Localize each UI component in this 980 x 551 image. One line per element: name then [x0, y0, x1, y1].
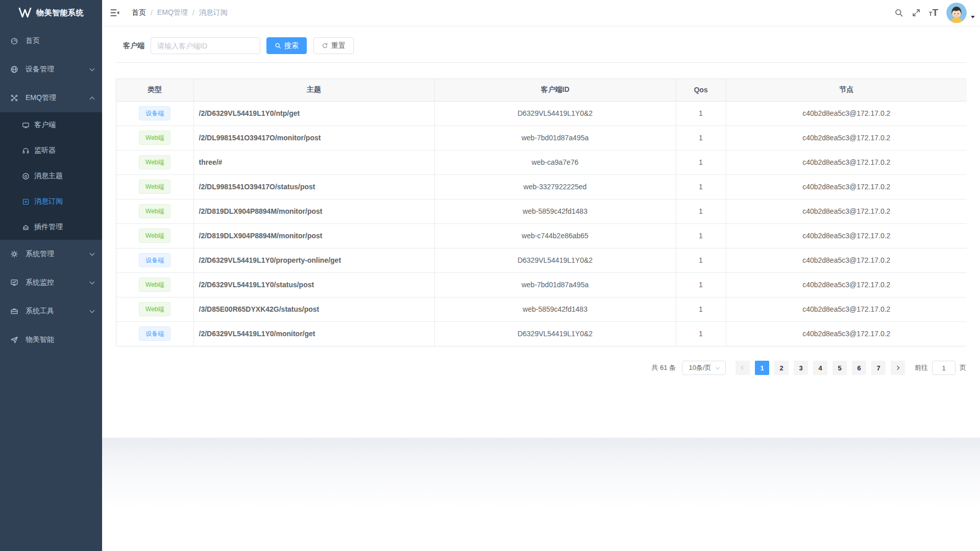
sidebar-item-monitor[interactable]: 系统监控	[0, 268, 102, 297]
topic-cell: /2/D6329VL54419L1Y0/ntp/get	[193, 101, 434, 126]
caret-down-icon	[971, 16, 975, 18]
node-cell: c40b2d8ea5c3@172.17.0.2	[726, 174, 967, 199]
breadcrumb-separator: /	[192, 9, 194, 17]
page-button-7[interactable]: 7	[871, 361, 886, 375]
search-icon	[894, 8, 903, 17]
sidebar-item-devices[interactable]: 设备管理	[0, 55, 102, 84]
subscription-icon	[22, 198, 30, 206]
breadcrumb-home[interactable]: 首页	[132, 8, 146, 17]
type-badge: Web端	[139, 180, 170, 194]
client-id-input[interactable]	[151, 37, 260, 54]
page-button-5[interactable]: 5	[832, 361, 847, 375]
breadcrumb-separator: /	[151, 9, 153, 17]
sidebar-collapse-button[interactable]	[102, 0, 128, 26]
col-header-type: 类型	[116, 79, 193, 101]
next-page-button[interactable]	[891, 361, 905, 375]
chevron-down-icon	[90, 308, 95, 313]
type-badge: 设备端	[139, 106, 170, 120]
qos-cell: 1	[676, 272, 726, 297]
sidebar-item-home[interactable]: 首页	[0, 27, 102, 55]
col-header-qos: Qos	[676, 79, 726, 101]
top-navbar: 首页 / EMQ管理 / 消息订阅 TT	[102, 0, 980, 26]
page-size-select[interactable]: 10条/页	[682, 361, 726, 375]
topic-cell: three/#	[193, 150, 434, 174]
sidebar-item-label: 系统管理	[26, 249, 54, 259]
chevron-down-icon	[90, 251, 95, 256]
breadcrumb-emq: EMQ管理	[157, 8, 188, 17]
topic-icon: @	[22, 172, 30, 180]
breadcrumb-current: 消息订阅	[199, 8, 228, 17]
jump-page-input[interactable]	[932, 361, 955, 375]
app-logo: 物美智能系统	[0, 0, 102, 26]
table-row: 设备端 /2/D6329VL54419L1Y0/property-online/…	[116, 248, 967, 272]
page-button-6[interactable]: 6	[852, 361, 866, 375]
prev-page-button[interactable]	[736, 361, 750, 375]
type-badge: Web端	[139, 155, 170, 169]
sidebar-item-label: 首页	[26, 36, 40, 45]
listener-icon	[22, 147, 30, 155]
table-row: Web端 /3/D85E00R65DYXK42G/status/post web…	[116, 297, 967, 321]
client-cell: web-7bd01d87a495a	[434, 126, 676, 150]
node-cell: c40b2d8ea5c3@172.17.0.2	[726, 272, 967, 297]
user-menu[interactable]	[946, 3, 975, 23]
reset-button[interactable]: 重置	[313, 37, 354, 54]
client-cell: web-3327922225ed	[434, 174, 676, 199]
hamburger-icon	[110, 8, 120, 18]
table-row: Web端 /2/DL9981541O39417O/status/post web…	[116, 174, 967, 199]
qos-cell: 1	[676, 150, 726, 174]
topic-cell: /2/D6329VL54419L1Y0/monitor/get	[193, 321, 434, 346]
app-title: 物美智能系统	[36, 8, 84, 18]
client-cell: D6329VL54419L1Y0&2	[434, 321, 676, 346]
topic-cell: /2/D819DLX904P8894M/monitor/post	[193, 223, 434, 248]
sidebar-item-label: 插件管理	[34, 222, 63, 232]
qos-cell: 1	[676, 101, 726, 126]
page-button-2[interactable]: 2	[774, 361, 789, 375]
topic-cell: /2/DL9981541O39417O/status/post	[193, 174, 434, 199]
sidebar-item-wumei-link[interactable]: 物美智能	[0, 325, 102, 354]
search-button[interactable]: 搜索	[266, 37, 307, 54]
table-row: 设备端 /2/D6329VL54419L1Y0/ntp/get D6329VL5…	[116, 101, 967, 126]
type-badge: 设备端	[139, 253, 170, 267]
page-button-1[interactable]: 1	[755, 361, 769, 375]
client-cell: D6329VL54419L1Y0&2	[434, 101, 676, 126]
node-cell: c40b2d8ea5c3@172.17.0.2	[726, 223, 967, 248]
qos-cell: 1	[676, 248, 726, 272]
topic-cell: /2/D6329VL54419L1Y0/status/post	[193, 272, 434, 297]
pagination-total: 共 61 条	[651, 363, 676, 372]
topic-cell: /2/D6329VL54419L1Y0/property-online/get	[193, 248, 434, 272]
device-management-icon	[10, 65, 18, 73]
node-cell: c40b2d8ea5c3@172.17.0.2	[726, 297, 967, 321]
jump-prefix: 前往	[915, 363, 928, 372]
page-jumper: 前往 页	[915, 361, 966, 375]
sidebar: 物美智能系统 首页 设备管理 EMQ管理	[0, 0, 102, 551]
sidebar-item-listener[interactable]: 监听器	[0, 138, 102, 163]
sidebar-item-label: 消息主题	[34, 171, 63, 181]
sidebar-item-plugin[interactable]: 插件管理	[0, 214, 102, 240]
font-size-button[interactable]: TT	[925, 0, 942, 26]
qos-cell: 1	[676, 199, 726, 223]
page-button-4[interactable]: 4	[813, 361, 827, 375]
sidebar-item-tools[interactable]: 系统工具	[0, 297, 102, 325]
sidebar-item-emq[interactable]: EMQ管理	[0, 84, 102, 112]
sidebar-item-label: 监听器	[34, 146, 56, 155]
topic-cell: /2/DL9981541O39417O/monitor/post	[193, 126, 434, 150]
plugin-icon	[22, 223, 30, 231]
sidebar-item-topic[interactable]: @ 消息主题	[0, 163, 102, 189]
table-row: 设备端 /2/D6329VL54419L1Y0/monitor/get D632…	[116, 321, 967, 346]
node-cell: c40b2d8ea5c3@172.17.0.2	[726, 101, 967, 126]
app-window: 物美智能系统 首页 设备管理 EMQ管理	[0, 0, 980, 551]
type-badge: Web端	[139, 302, 170, 316]
page-button-3[interactable]: 3	[794, 361, 808, 375]
sidebar-item-system[interactable]: 系统管理	[0, 240, 102, 268]
sidebar-item-subscription[interactable]: 消息订阅	[0, 189, 102, 214]
fullscreen-button[interactable]	[908, 0, 925, 26]
sidebar-item-client[interactable]: 客户端	[0, 112, 102, 138]
sidebar-item-label: 物美智能	[26, 335, 54, 344]
chevron-down-icon	[90, 280, 95, 285]
search-field-label: 客户端	[123, 41, 144, 51]
sidebar-item-label: 消息订阅	[34, 197, 63, 206]
header-search-button[interactable]	[890, 0, 908, 26]
reset-button-label: 重置	[331, 41, 346, 51]
table-row: Web端 /2/D6329VL54419L1Y0/status/post web…	[116, 272, 967, 297]
sidebar-menu: 首页 设备管理 EMQ管理	[0, 26, 102, 354]
